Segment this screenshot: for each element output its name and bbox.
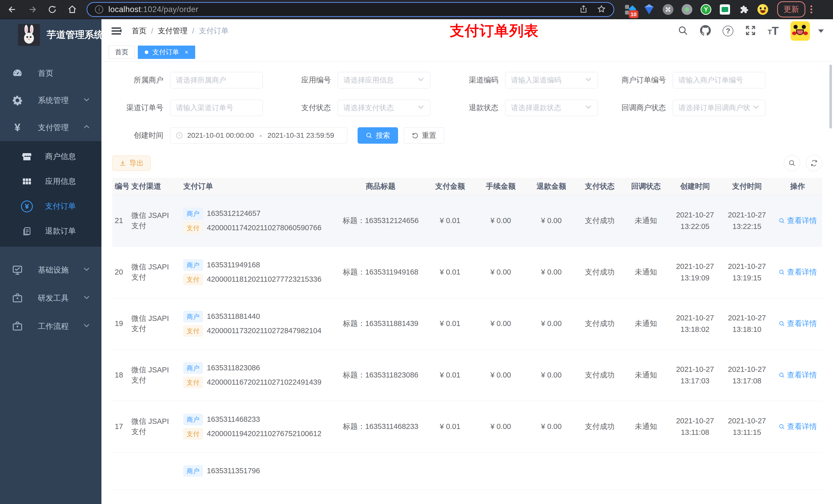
sidebar-item-label: 支付管理 xyxy=(38,122,69,133)
pay-status-select[interactable]: 请选择支付状态 xyxy=(338,100,430,116)
sidebar-item-home[interactable]: 首页 xyxy=(0,60,101,87)
back-icon[interactable] xyxy=(7,4,18,15)
filter-label: 创建时间 xyxy=(112,130,170,141)
view-detail-link[interactable]: 查看详情 xyxy=(779,318,817,329)
share-icon[interactable] xyxy=(579,5,588,14)
pay-tag: 支付 xyxy=(184,325,203,337)
sidebar-item-refund-order[interactable]: 退款订单 xyxy=(0,219,101,243)
search-icon[interactable] xyxy=(677,25,688,37)
view-detail-link[interactable]: 查看详情 xyxy=(779,370,817,380)
search-button[interactable]: 搜索 xyxy=(358,127,398,144)
sidebar-item-app-info[interactable]: 应用信息 xyxy=(0,169,101,194)
sidebar-item-merchant-info[interactable]: 商户信息 xyxy=(0,144,101,169)
extension-chat-icon[interactable] xyxy=(719,4,731,15)
sidebar-item-workflow[interactable]: 工作流程 xyxy=(0,312,101,340)
extensions-puzzle-icon[interactable] xyxy=(738,4,749,15)
fullscreen-icon[interactable] xyxy=(745,25,756,37)
avatar-caret-icon[interactable] xyxy=(818,29,824,33)
chevron-down-icon xyxy=(417,103,424,113)
view-detail-link[interactable]: 查看详情 xyxy=(779,422,817,432)
sidebar-item-dev-tools[interactable]: 研发工具 xyxy=(0,284,101,312)
extension-y-icon[interactable]: Y xyxy=(700,4,712,15)
merchant-select[interactable] xyxy=(170,72,263,88)
active-dot-icon xyxy=(145,50,148,54)
chevron-down-icon xyxy=(83,266,90,274)
collapse-sidebar-icon[interactable] xyxy=(111,25,122,37)
extension-command-icon[interactable] xyxy=(662,4,674,15)
bookmark-star-icon[interactable] xyxy=(597,5,606,14)
yen-circle-icon: ¥ xyxy=(21,200,33,213)
site-info-icon[interactable]: i xyxy=(95,5,103,14)
extension-tabs-icon[interactable]: 10 xyxy=(624,4,636,15)
home-icon[interactable] xyxy=(67,4,78,15)
merchant-order-no-input[interactable] xyxy=(679,76,760,84)
tab-home[interactable]: 首页 xyxy=(109,46,135,59)
pay-tag: 支付 xyxy=(184,274,203,285)
refresh-button[interactable] xyxy=(806,155,822,171)
chevron-down-icon xyxy=(752,103,760,113)
view-detail-link[interactable]: 查看详情 xyxy=(779,267,817,278)
breadcrumb-current: 支付订单 xyxy=(199,26,229,36)
channel-order-no-input[interactable] xyxy=(176,104,257,112)
scrollbar-thumb[interactable] xyxy=(829,65,832,128)
channel-order-no-field[interactable] xyxy=(170,100,263,116)
table-header-row: 编号 支付渠道 支付订单 商品标题 支付金额 手续金额 退款金额 支付状态 回调… xyxy=(112,178,822,195)
app-header: 首页 / 支付管理 / 支付订单 支付订单列表 ? TT xyxy=(101,19,833,43)
help-icon[interactable]: ? xyxy=(722,26,733,37)
app-logo-row[interactable]: 芋道管理系统 xyxy=(0,19,101,49)
main-content: 所属商户 应用编号 请选择应用信息 渠道编码 请输入渠道编码 商户订单编号 渠道… xyxy=(101,62,833,504)
extension-badge: 10 xyxy=(629,10,638,18)
chrome-update-button[interactable]: 更新 xyxy=(777,1,805,18)
reset-button[interactable]: 重置 xyxy=(404,127,444,144)
table-row: 19 微信 JSAPI 支付 商户1635311881440 支付4200001… xyxy=(112,298,822,349)
sidebar-item-infrastructure[interactable]: 基础设施 xyxy=(0,256,101,284)
merchant-tag: 商户 xyxy=(184,208,203,219)
create-time-range-picker[interactable]: 2021-10-01 00:00:00 - 2021-10-31 23:59:5… xyxy=(170,127,347,144)
pay-tag: 支付 xyxy=(184,428,203,439)
col-actions: 操作 xyxy=(773,178,822,195)
chevron-down-icon xyxy=(83,294,90,303)
extension-record-icon[interactable] xyxy=(681,4,693,15)
breadcrumb-home[interactable]: 首页 xyxy=(132,26,146,36)
close-icon[interactable]: × xyxy=(185,49,188,56)
tab-pay-order[interactable]: 支付订单 × xyxy=(138,46,195,59)
reload-icon[interactable] xyxy=(47,4,58,15)
merchant-tag: 商户 xyxy=(184,311,203,322)
avatar[interactable] xyxy=(790,21,810,41)
app-select[interactable]: 请选择应用信息 xyxy=(338,72,430,88)
font-size-icon[interactable]: TT xyxy=(768,26,779,36)
refund-status-select[interactable]: 请选择退款状态 xyxy=(505,100,598,116)
url-text: localhost:1024/pay/order xyxy=(109,5,198,14)
view-detail-link[interactable]: 查看详情 xyxy=(779,216,817,226)
sidebar-item-pay-order[interactable]: ¥ 支付订单 xyxy=(0,194,101,219)
forward-icon[interactable] xyxy=(27,4,38,15)
merchant-order-no-field[interactable] xyxy=(673,72,765,88)
breadcrumb-payment[interactable]: 支付管理 xyxy=(158,26,188,36)
sidebar-item-system[interactable]: 系统管理 xyxy=(0,87,101,114)
toggle-search-button[interactable] xyxy=(784,155,800,171)
yen-icon: ¥ xyxy=(11,121,24,134)
extension-emoji-icon[interactable] xyxy=(757,4,768,15)
extension-gem-icon[interactable] xyxy=(643,4,655,15)
filter-label: 所属商户 xyxy=(112,75,170,85)
channel-code-select[interactable]: 请输入渠道编码 xyxy=(505,72,598,88)
merchant-input[interactable] xyxy=(176,76,257,84)
orders-table: 编号 支付渠道 支付订单 商品标题 支付金额 手续金额 退款金额 支付状态 回调… xyxy=(112,178,822,490)
filter-label: 退款状态 xyxy=(447,103,505,113)
col-id: 编号 xyxy=(112,178,129,195)
chevron-down-icon xyxy=(83,322,90,331)
filter-label: 支付状态 xyxy=(280,103,338,113)
sidebar-item-label: 应用信息 xyxy=(45,176,76,187)
chrome-menu-icon[interactable] xyxy=(810,5,812,13)
filter-label: 渠道编码 xyxy=(447,75,505,85)
sidebar-item-label: 基础设施 xyxy=(38,265,69,275)
sidebar-item-payment[interactable]: ¥ 支付管理 xyxy=(0,114,101,141)
pay-tag: 支付 xyxy=(184,222,203,234)
notify-status-select[interactable]: 请选择订单回调商户状态 xyxy=(673,100,765,116)
gear-icon xyxy=(11,94,24,107)
export-button[interactable]: 导出 xyxy=(112,155,151,171)
merchant-tag: 商户 xyxy=(184,362,203,374)
address-bar[interactable]: i localhost:1024/pay/order xyxy=(87,2,614,17)
col-refund-amount: 退款金额 xyxy=(526,178,577,195)
github-icon[interactable] xyxy=(700,25,711,37)
